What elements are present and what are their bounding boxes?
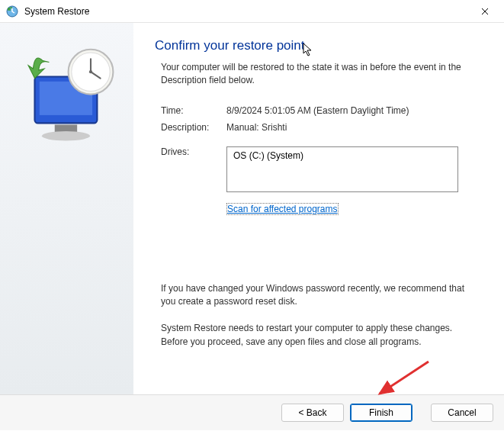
description-label: Description: bbox=[161, 122, 226, 133]
content-area: Confirm your restore point Your computer… bbox=[133, 23, 504, 394]
drive-item: OS (C:) (System) bbox=[233, 150, 451, 161]
scan-programs-link[interactable]: Scan for affected programs bbox=[226, 203, 339, 215]
cancel-button[interactable]: Cancel bbox=[431, 404, 493, 422]
system-restore-icon bbox=[6, 5, 18, 18]
restore-graphic-icon bbox=[11, 140, 123, 151]
time-row: Time: 8/9/2024 5:01:05 AM (Eastern Dayli… bbox=[155, 105, 481, 116]
window-title: System Restore bbox=[24, 6, 467, 17]
description-value: Manual: Srishti bbox=[226, 122, 481, 133]
back-button[interactable]: < Back bbox=[281, 404, 344, 422]
close-button[interactable] bbox=[467, 0, 502, 23]
svg-point-7 bbox=[89, 70, 92, 73]
sidebar bbox=[0, 23, 133, 394]
page-heading: Confirm your restore point bbox=[155, 38, 481, 53]
password-note: If you have changed your Windows passwor… bbox=[155, 282, 481, 309]
footer: < Back Finish Cancel bbox=[0, 394, 504, 430]
svg-point-4 bbox=[42, 131, 90, 141]
drives-row: Drives: OS (C:) (System) bbox=[155, 146, 481, 192]
close-icon bbox=[481, 8, 489, 15]
restart-note: System Restore needs to restart your com… bbox=[155, 322, 481, 349]
titlebar: System Restore bbox=[0, 0, 504, 23]
time-value: 8/9/2024 5:01:05 AM (Eastern Daylight Ti… bbox=[226, 105, 481, 116]
description-row: Description: Manual: Srishti bbox=[155, 122, 481, 133]
finish-button[interactable]: Finish bbox=[350, 404, 413, 422]
page-subheading: Your computer will be restored to the st… bbox=[155, 61, 481, 87]
drives-label: Drives: bbox=[161, 146, 226, 192]
wizard-body: Confirm your restore point Your computer… bbox=[0, 23, 504, 394]
drives-listbox[interactable]: OS (C:) (System) bbox=[226, 146, 458, 192]
time-label: Time: bbox=[161, 105, 226, 116]
